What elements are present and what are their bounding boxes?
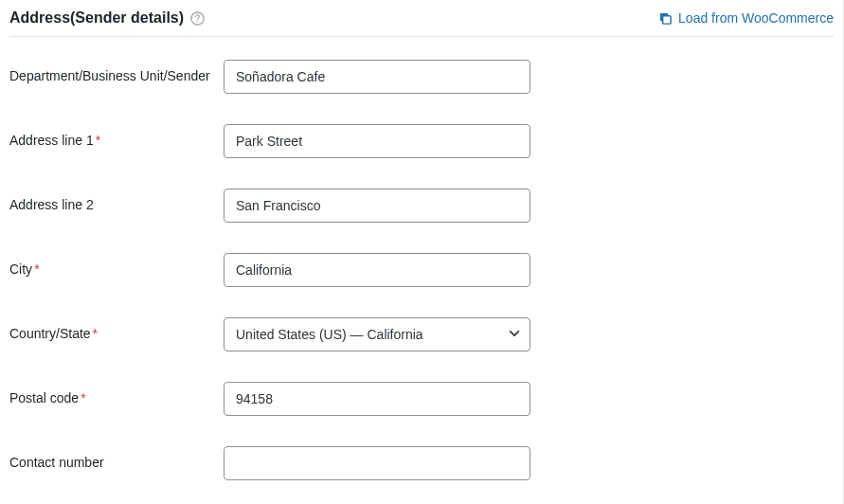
contact-label: Contact number <box>9 446 224 473</box>
country-state-select-wrapper: United States (US) — California <box>224 317 530 351</box>
help-icon[interactable] <box>189 10 205 26</box>
city-row: City* <box>9 253 834 287</box>
svg-rect-3 <box>663 15 671 23</box>
required-asterisk: * <box>93 326 98 341</box>
required-asterisk: * <box>34 261 39 277</box>
section-header: Address(Sender details) Load from WooCom… <box>9 9 834 37</box>
address2-input[interactable] <box>224 189 530 223</box>
address2-label: Address line 2 <box>9 189 224 215</box>
department-input[interactable] <box>224 60 530 94</box>
country-state-select[interactable]: United States (US) — California <box>224 317 530 351</box>
city-input[interactable] <box>224 253 530 287</box>
contact-row: Contact number <box>9 446 834 480</box>
postal-label: Postal code* <box>9 382 224 408</box>
required-asterisk: * <box>96 133 100 148</box>
postal-row: Postal code* <box>9 382 834 416</box>
city-label: City* <box>9 253 224 279</box>
copy-icon <box>658 11 673 26</box>
department-label: Department/Business Unit/Sender <box>9 60 224 86</box>
country-state-label: Country/State* <box>9 317 224 344</box>
department-row: Department/Business Unit/Sender <box>9 60 834 94</box>
address1-row: Address line 1* <box>9 124 834 158</box>
section-title: Address(Sender details) <box>9 9 184 27</box>
load-link-label: Load from WooCommerce <box>678 10 834 26</box>
contact-input[interactable] <box>224 446 530 480</box>
country-state-row: Country/State* United States (US) — Cali… <box>9 317 834 351</box>
address1-label: Address line 1* <box>9 124 224 151</box>
postal-input[interactable] <box>224 382 530 416</box>
load-from-woocommerce-link[interactable]: Load from WooCommerce <box>658 10 834 26</box>
required-asterisk: * <box>81 390 85 405</box>
section-title-wrapper: Address(Sender details) <box>9 9 205 27</box>
address1-input[interactable] <box>224 124 530 158</box>
address2-row: Address line 2 <box>9 189 834 223</box>
svg-point-1 <box>196 21 198 23</box>
